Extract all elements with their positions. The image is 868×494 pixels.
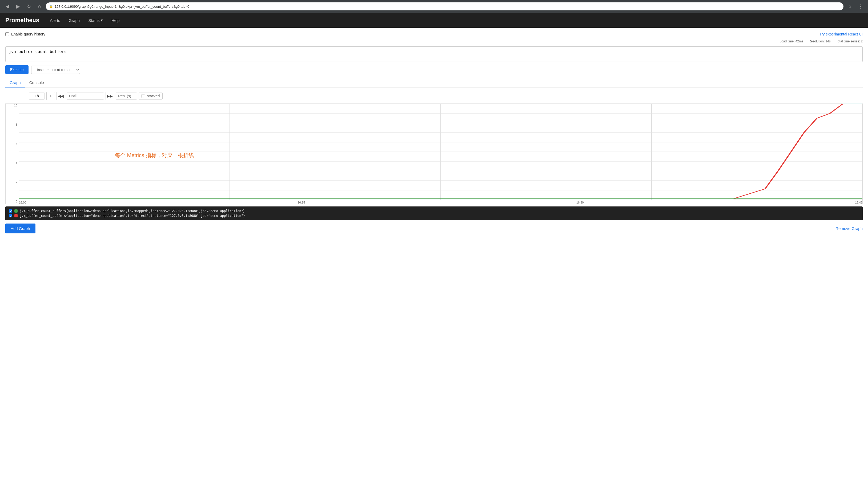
forward-button[interactable]: ▶▶ xyxy=(105,92,114,100)
metric-select[interactable]: - insert metric at cursor - xyxy=(31,65,80,74)
legend-text-direct: jvm_buffer_count_buffers{application="de… xyxy=(20,214,245,218)
chart-wrapper: 10 8 6 4 2 0 xyxy=(5,103,863,204)
x-label-1630: 16:30 xyxy=(576,201,584,204)
legend-color-mapped xyxy=(14,209,18,213)
x-label-1615: 16:15 xyxy=(297,201,305,204)
nav-brand: Prometheus xyxy=(5,17,39,24)
back-button[interactable]: ◀ xyxy=(3,2,12,11)
stacked-label[interactable]: stacked xyxy=(139,93,163,99)
browser-actions: ☆ ⋮ xyxy=(846,2,865,11)
tabs-row: Graph Console xyxy=(5,78,863,88)
chart-svg xyxy=(19,104,862,200)
stacked-text: stacked xyxy=(147,94,160,98)
range-plus-button[interactable]: + xyxy=(46,92,55,100)
reload-button[interactable]: ↻ xyxy=(24,2,33,11)
resolution-input[interactable] xyxy=(116,93,137,99)
nav-bar: Prometheus Alerts Graph Status ▾ Help xyxy=(0,13,868,28)
until-input[interactable] xyxy=(67,93,104,99)
nav-status[interactable]: Status ▾ xyxy=(84,13,107,28)
url-text: 127.0.0.1:9090/graph?g0.range_input=1h&g… xyxy=(55,4,189,8)
range-input[interactable] xyxy=(29,93,45,99)
query-history-row: Enable query history Try experimental Re… xyxy=(5,32,863,36)
query-history-text: Enable query history xyxy=(11,32,45,36)
y-label-0: 0 xyxy=(16,200,17,203)
tab-graph[interactable]: Graph xyxy=(5,78,25,88)
bottom-row: Add Graph Remove Graph xyxy=(5,224,863,233)
rewind-button[interactable]: ◀◀ xyxy=(57,92,65,100)
y-label-10: 10 xyxy=(14,104,17,107)
legend-checkbox-mapped[interactable] xyxy=(9,209,12,213)
legend: jvm_buffer_count_buffers{application="de… xyxy=(5,207,863,220)
y-axis: 10 8 6 4 2 0 xyxy=(6,104,19,200)
legend-item-mapped: jvm_buffer_count_buffers{application="de… xyxy=(9,209,859,213)
tab-console[interactable]: Console xyxy=(25,78,48,88)
range-minus-button[interactable]: − xyxy=(19,92,27,100)
main-content: Enable query history Try experimental Re… xyxy=(0,28,868,238)
extensions-button[interactable]: ⋮ xyxy=(856,2,865,11)
address-bar[interactable]: 🔒 127.0.0.1:9090/graph?g0.range_input=1h… xyxy=(46,2,844,11)
bookmarks-button[interactable]: ☆ xyxy=(846,2,854,11)
total-time-series-stat: Total time series: 2 xyxy=(836,39,863,43)
nav-help[interactable]: Help xyxy=(107,13,124,28)
browser-chrome: ◀ ▶ ↻ ⌂ 🔒 127.0.0.1:9090/graph?g0.range_… xyxy=(0,0,868,13)
execute-row: Execute - insert metric at cursor - xyxy=(5,65,863,74)
resolution-stat: Resolution: 14s xyxy=(809,39,831,43)
react-ui-link[interactable]: Try experimental React UI xyxy=(820,32,863,36)
chevron-down-icon: ▾ xyxy=(101,18,103,23)
remove-graph-link[interactable]: Remove Graph xyxy=(835,226,863,231)
chart-area: 每个 Metrics 指标，对应一根折线 xyxy=(19,104,862,200)
lock-icon: 🔒 xyxy=(49,4,53,8)
load-time-stat: Load time: 42ms xyxy=(780,39,804,43)
nav-alerts[interactable]: Alerts xyxy=(45,13,64,28)
legend-color-direct xyxy=(14,214,18,217)
execute-button[interactable]: Execute xyxy=(5,65,28,74)
x-label-1600: 16:00 xyxy=(19,201,26,204)
y-label-4: 4 xyxy=(16,162,17,165)
y-label-8: 8 xyxy=(16,123,17,126)
query-input-wrapper: jvm_buffer_count_buffers xyxy=(5,46,863,63)
home-button[interactable]: ⌂ xyxy=(35,2,44,11)
y-label-6: 6 xyxy=(16,142,17,145)
query-history-checkbox[interactable] xyxy=(5,32,9,36)
x-label-1645: 16:45 xyxy=(855,201,862,204)
legend-text-mapped: jvm_buffer_count_buffers{application="de… xyxy=(20,209,245,213)
query-history-label[interactable]: Enable query history xyxy=(5,32,45,36)
stacked-checkbox[interactable] xyxy=(141,94,145,98)
y-label-2: 2 xyxy=(16,180,17,184)
chart-inner: 10 8 6 4 2 0 xyxy=(6,104,862,200)
graph-controls: − + ◀◀ ▶▶ stacked xyxy=(19,92,863,100)
x-axis: 16:00 16:15 16:30 16:45 xyxy=(6,200,862,204)
legend-checkbox-direct[interactable] xyxy=(9,214,12,217)
query-input[interactable]: jvm_buffer_count_buffers xyxy=(5,46,863,62)
forward-button[interactable]: ▶ xyxy=(14,2,22,11)
add-graph-button[interactable]: Add Graph xyxy=(5,224,36,233)
nav-graph[interactable]: Graph xyxy=(64,13,84,28)
legend-item-direct: jvm_buffer_count_buffers{application="de… xyxy=(9,214,859,218)
